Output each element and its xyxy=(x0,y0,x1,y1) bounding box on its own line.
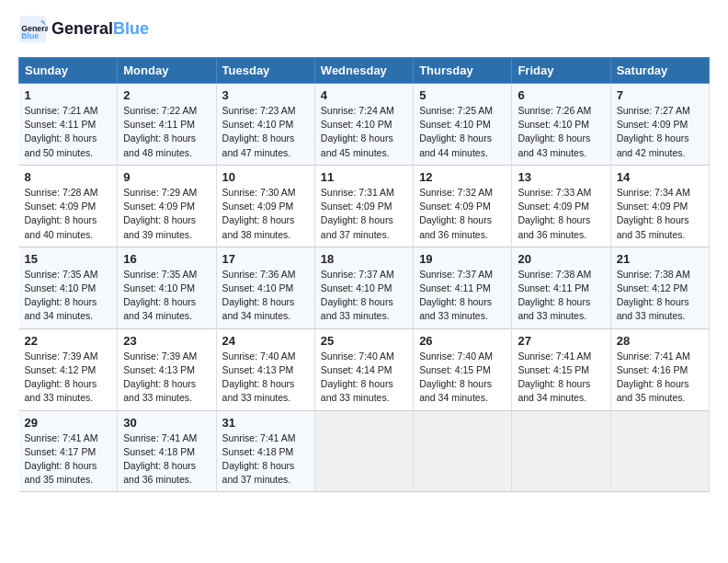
calendar-week-row: 29Sunrise: 7:41 AMSunset: 4:17 PMDayligh… xyxy=(19,410,710,492)
cell-info-line: Sunrise: 7:25 AM xyxy=(419,104,506,118)
cell-info-line: and 34 minutes. xyxy=(222,309,309,323)
cell-info-line: Daylight: 8 hours xyxy=(419,132,506,145)
cell-info-line: Daylight: 8 hours xyxy=(321,132,407,145)
calendar-cell: 23Sunrise: 7:39 AMSunset: 4:13 PMDayligh… xyxy=(118,328,216,410)
day-number: 8 xyxy=(25,170,112,184)
calendar-cell: 30Sunrise: 7:41 AMSunset: 4:18 PMDayligh… xyxy=(118,410,216,492)
calendar-cell: 20Sunrise: 7:38 AMSunset: 4:11 PMDayligh… xyxy=(512,247,610,328)
cell-info-line: and 33 minutes. xyxy=(25,391,112,405)
calendar-cell: 3Sunrise: 7:23 AMSunset: 4:10 PMDaylight… xyxy=(216,84,314,166)
calendar-cell: 21Sunrise: 7:38 AMSunset: 4:12 PMDayligh… xyxy=(610,247,709,328)
calendar-cell: 7Sunrise: 7:27 AMSunset: 4:09 PMDaylight… xyxy=(610,84,709,166)
cell-info-line: Daylight: 8 hours xyxy=(419,377,506,391)
cell-info-line: Daylight: 8 hours xyxy=(123,377,210,391)
cell-info-line: Sunset: 4:10 PM xyxy=(419,118,506,132)
cell-info-line: and 42 minutes. xyxy=(617,146,703,160)
cell-info-line: and 44 minutes. xyxy=(419,146,506,160)
calendar-cell: 19Sunrise: 7:37 AMSunset: 4:11 PMDayligh… xyxy=(414,247,512,328)
cell-info-line: Daylight: 8 hours xyxy=(25,132,112,145)
calendar-cell: 27Sunrise: 7:41 AMSunset: 4:15 PMDayligh… xyxy=(512,328,610,410)
cell-info-line: Sunset: 4:18 PM xyxy=(222,445,309,459)
calendar-week-row: 15Sunrise: 7:35 AMSunset: 4:10 PMDayligh… xyxy=(19,247,710,328)
svg-text:Blue: Blue xyxy=(21,31,39,40)
cell-info-line: Sunset: 4:17 PM xyxy=(25,445,112,459)
calendar-cell: 1Sunrise: 7:21 AMSunset: 4:11 PMDaylight… xyxy=(19,84,118,166)
calendar-cell xyxy=(414,410,512,492)
day-number: 20 xyxy=(518,252,604,266)
cell-info-line: Sunset: 4:10 PM xyxy=(222,118,309,132)
cell-info-line: Daylight: 8 hours xyxy=(617,132,703,145)
cell-info-line: Sunset: 4:11 PM xyxy=(518,282,604,295)
weekday-header: Sunday xyxy=(19,58,118,84)
cell-info-line: and 33 minutes. xyxy=(518,309,604,323)
cell-info-line: Sunrise: 7:24 AM xyxy=(321,104,407,118)
logo-icon: General Blue xyxy=(18,15,48,44)
cell-info-line: Daylight: 8 hours xyxy=(123,213,210,227)
day-number: 7 xyxy=(617,88,703,102)
cell-info-line: and 33 minutes. xyxy=(222,391,309,405)
weekday-header: Friday xyxy=(512,58,610,84)
cell-info-line: Sunrise: 7:28 AM xyxy=(25,186,112,200)
weekday-header: Monday xyxy=(118,58,216,84)
cell-info-line: and 33 minutes. xyxy=(123,391,210,405)
cell-info-line: Sunrise: 7:40 AM xyxy=(321,350,407,363)
cell-info-line: Daylight: 8 hours xyxy=(518,295,604,309)
cell-info-line: Sunset: 4:11 PM xyxy=(25,118,112,132)
day-number: 25 xyxy=(321,334,407,348)
calendar-cell: 25Sunrise: 7:40 AMSunset: 4:14 PMDayligh… xyxy=(314,328,413,410)
cell-info-line: Sunrise: 7:35 AM xyxy=(25,268,112,282)
cell-info-line: Sunset: 4:09 PM xyxy=(617,118,703,132)
cell-info-line: Daylight: 8 hours xyxy=(321,377,407,391)
cell-info-line: Sunrise: 7:37 AM xyxy=(419,268,506,282)
cell-info-line: Daylight: 8 hours xyxy=(617,295,703,309)
cell-info-line: Sunset: 4:16 PM xyxy=(617,363,703,377)
calendar-cell: 26Sunrise: 7:40 AMSunset: 4:15 PMDayligh… xyxy=(414,328,512,410)
day-number: 14 xyxy=(617,170,703,184)
cell-info-line: Daylight: 8 hours xyxy=(222,132,309,145)
calendar-cell: 5Sunrise: 7:25 AMSunset: 4:10 PMDaylight… xyxy=(414,84,512,166)
cell-info-line: Sunrise: 7:36 AM xyxy=(222,268,309,282)
cell-info-line: Sunrise: 7:41 AM xyxy=(518,350,604,363)
cell-info-line: and 39 minutes. xyxy=(123,228,210,242)
cell-info-line: Sunrise: 7:26 AM xyxy=(518,104,604,118)
calendar-cell: 4Sunrise: 7:24 AMSunset: 4:10 PMDaylight… xyxy=(314,84,413,166)
cell-info-line: Daylight: 8 hours xyxy=(25,459,112,473)
cell-info-line: Daylight: 8 hours xyxy=(222,377,309,391)
cell-info-line: Sunset: 4:13 PM xyxy=(123,363,210,377)
cell-info-line: Sunset: 4:09 PM xyxy=(518,200,604,213)
day-number: 19 xyxy=(419,252,506,266)
day-number: 27 xyxy=(518,334,604,348)
cell-info-line: Sunset: 4:12 PM xyxy=(617,282,703,295)
cell-info-line: Sunrise: 7:34 AM xyxy=(617,186,703,200)
calendar-cell: 9Sunrise: 7:29 AMSunset: 4:09 PMDaylight… xyxy=(118,165,216,247)
cell-info-line: Sunset: 4:13 PM xyxy=(222,363,309,377)
cell-info-line: Daylight: 8 hours xyxy=(518,132,604,145)
cell-info-line: Sunset: 4:10 PM xyxy=(123,282,210,295)
cell-info-line: Sunset: 4:12 PM xyxy=(25,363,112,377)
cell-info-line: Sunset: 4:10 PM xyxy=(222,282,309,295)
logo: General Blue GeneralBlue xyxy=(18,15,149,44)
cell-info-line: Sunset: 4:09 PM xyxy=(419,200,506,213)
cell-info-line: Daylight: 8 hours xyxy=(123,132,210,145)
cell-info-line: and 33 minutes. xyxy=(321,391,407,405)
cell-info-line: and 34 minutes. xyxy=(25,309,112,323)
day-number: 15 xyxy=(25,252,112,266)
cell-info-line: Sunset: 4:09 PM xyxy=(25,200,112,213)
cell-info-line: Sunset: 4:15 PM xyxy=(419,363,506,377)
cell-info-line: and 48 minutes. xyxy=(123,146,210,160)
day-number: 29 xyxy=(25,416,112,430)
cell-info-line: Sunrise: 7:41 AM xyxy=(617,350,703,363)
cell-info-line: Sunset: 4:09 PM xyxy=(222,200,309,213)
cell-info-line: and 40 minutes. xyxy=(25,228,112,242)
calendar-cell: 11Sunrise: 7:31 AMSunset: 4:09 PMDayligh… xyxy=(314,165,413,247)
day-number: 9 xyxy=(123,170,210,184)
cell-info-line: Sunrise: 7:27 AM xyxy=(617,104,703,118)
cell-info-line: Sunrise: 7:39 AM xyxy=(25,350,112,363)
cell-info-line: and 34 minutes. xyxy=(518,391,604,405)
cell-info-line: Sunrise: 7:38 AM xyxy=(518,268,604,282)
cell-info-line: Sunrise: 7:37 AM xyxy=(321,268,407,282)
day-number: 16 xyxy=(123,252,210,266)
cell-info-line: and 50 minutes. xyxy=(25,146,112,160)
cell-info-line: Sunset: 4:15 PM xyxy=(518,363,604,377)
cell-info-line: Daylight: 8 hours xyxy=(617,377,703,391)
